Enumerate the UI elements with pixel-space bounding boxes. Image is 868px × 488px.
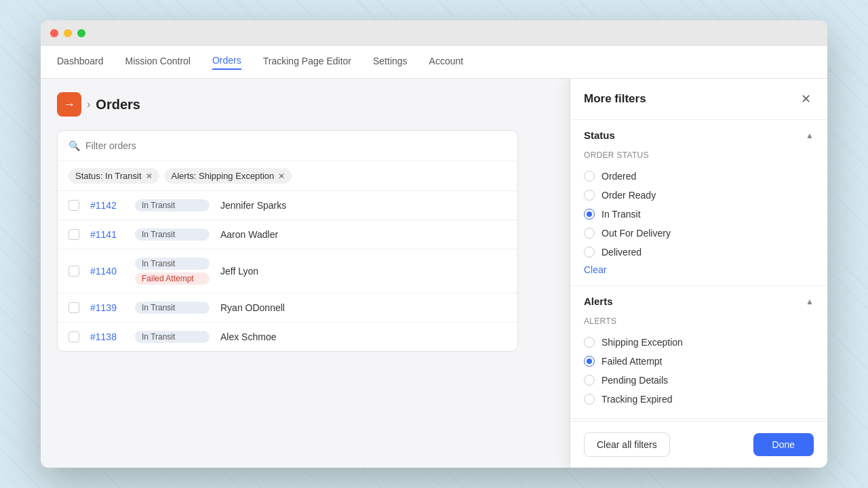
close-window-button[interactable]: [50, 29, 58, 37]
table-row: #1139 In Transit Ryan ODonnell: [58, 293, 517, 323]
radio-shipping-exception[interactable]: [584, 337, 595, 348]
search-bar: 🔍: [58, 131, 517, 161]
navbar: Dashboard Mission Control Orders Trackin…: [41, 46, 827, 79]
radio-option-out-for-delivery[interactable]: Out For Delivery: [584, 224, 814, 243]
status-section-title: Status: [584, 129, 615, 141]
alerts-section-body: Alerts Shipping Exception Failed Attempt…: [570, 317, 827, 418]
status-badge: In Transit: [135, 258, 210, 270]
table-row: #1141 In Transit Aaron Wadler: [58, 220, 517, 249]
titlebar: [41, 20, 827, 46]
order-number[interactable]: #1140: [90, 266, 124, 277]
filter-tags: Status: In Transit ✕ Alerts: Shipping Ex…: [58, 161, 517, 191]
status-badges: In Transit: [135, 302, 210, 314]
app-window: Dashboard Mission Control Orders Trackin…: [41, 20, 827, 468]
nav-item-settings[interactable]: Settings: [373, 56, 408, 69]
filter-scroll-area: Status ▲ Order Status Ordered Order Read…: [570, 120, 827, 421]
customer-name: Jennifer Sparks: [220, 200, 507, 211]
main-content: → › Orders 🔍 Status: In Transit ✕ Alerts…: [41, 79, 827, 468]
filter-tag-alerts-remove[interactable]: ✕: [278, 172, 285, 180]
alerts-filter-section: Alerts ▲ Alerts Shipping Exception Faile…: [570, 286, 827, 419]
customer-name: Jeff Lyon: [220, 266, 507, 277]
filter-tag-status: Status: In Transit ✕: [68, 168, 159, 184]
radio-delivered[interactable]: [584, 247, 595, 258]
radio-tracking-expired[interactable]: [584, 394, 595, 405]
order-number[interactable]: #1141: [90, 229, 124, 240]
status-chevron-icon: ▲: [806, 131, 814, 140]
order-number[interactable]: #1138: [90, 331, 124, 342]
customer-name: Aaron Wadler: [220, 229, 507, 240]
order-number[interactable]: #1142: [90, 200, 124, 211]
status-section-body: Order Status Ordered Order Ready In Tran…: [570, 150, 827, 285]
status-badge: In Transit: [135, 228, 210, 241]
filter-panel-footer: Clear all filters Done: [570, 421, 827, 468]
order-number[interactable]: #1139: [90, 302, 124, 313]
radio-out-for-delivery-label: Out For Delivery: [601, 228, 671, 239]
minimize-window-button[interactable]: [64, 29, 72, 37]
maximize-window-button[interactable]: [77, 29, 85, 37]
radio-option-tracking-expired[interactable]: Tracking Expired: [584, 390, 814, 409]
customer-name: Alex Schmoe: [220, 331, 507, 342]
nav-item-mission-control[interactable]: Mission Control: [125, 56, 191, 69]
search-icon: 🔍: [68, 140, 80, 151]
alerts-subtitle: Alerts: [584, 317, 814, 326]
table-row: #1140 In Transit Failed Attempt Jeff Lyo…: [58, 249, 517, 293]
status-badges: In Transit: [135, 199, 210, 211]
clear-status-link[interactable]: Clear: [584, 264, 606, 275]
filter-panel-title: More filters: [584, 92, 646, 106]
row-checkbox[interactable]: [68, 200, 79, 211]
radio-ordered-label: Ordered: [601, 171, 636, 182]
radio-order-ready[interactable]: [584, 190, 595, 201]
nav-item-orders[interactable]: Orders: [212, 55, 241, 70]
breadcrumb-chevron-icon: ›: [87, 98, 90, 110]
nav-item-account[interactable]: Account: [429, 56, 464, 69]
radio-failed-attempt[interactable]: [584, 356, 595, 367]
table-row: #1142 In Transit Jennifer Sparks: [58, 191, 517, 220]
radio-ordered[interactable]: [584, 171, 595, 182]
status-badge: In Transit: [135, 331, 210, 343]
search-input[interactable]: [85, 140, 507, 151]
radio-failed-attempt-label: Failed Attempt: [601, 356, 663, 367]
alerts-chevron-icon: ▲: [806, 297, 814, 306]
status-section-header[interactable]: Status ▲: [570, 120, 827, 150]
radio-pending-details-label: Pending Details: [601, 375, 668, 386]
status-badge: In Transit: [135, 199, 210, 211]
radio-in-transit[interactable]: [584, 209, 595, 220]
status-badges: In Transit: [135, 331, 210, 343]
nav-item-dashboard[interactable]: Dashboard: [57, 56, 104, 69]
clear-all-filters-button[interactable]: Clear all filters: [584, 432, 670, 457]
status-badges: In Transit Failed Attempt: [135, 258, 210, 285]
radio-in-transit-label: In Transit: [601, 209, 641, 220]
radio-shipping-exception-label: Shipping Exception: [601, 337, 683, 348]
row-checkbox[interactable]: [68, 229, 79, 240]
row-checkbox[interactable]: [68, 331, 79, 342]
done-button[interactable]: Done: [753, 433, 814, 456]
filter-tag-status-remove[interactable]: ✕: [146, 172, 153, 180]
row-checkbox[interactable]: [68, 302, 79, 313]
radio-option-shipping-exception[interactable]: Shipping Exception: [584, 333, 814, 352]
filter-panel-header: More filters ✕: [570, 79, 827, 120]
failed-attempt-badge: Failed Attempt: [135, 272, 210, 285]
radio-option-delivered[interactable]: Delivered: [584, 243, 814, 262]
radio-out-for-delivery[interactable]: [584, 228, 595, 239]
radio-option-ordered[interactable]: Ordered: [584, 167, 814, 186]
radio-option-in-transit[interactable]: In Transit: [584, 205, 814, 224]
brand-arrow-icon: →: [63, 98, 75, 112]
status-badges: In Transit: [135, 228, 210, 241]
order-status-subtitle: Order Status: [584, 150, 814, 160]
radio-option-failed-attempt[interactable]: Failed Attempt: [584, 352, 814, 371]
radio-option-pending-details[interactable]: Pending Details: [584, 371, 814, 390]
alerts-section-title: Alerts: [584, 296, 613, 307]
radio-order-ready-label: Order Ready: [601, 190, 656, 201]
radio-option-order-ready[interactable]: Order Ready: [584, 186, 814, 205]
row-checkbox[interactable]: [68, 266, 79, 277]
radio-tracking-expired-label: Tracking Expired: [601, 394, 673, 405]
page-title: Orders: [96, 97, 140, 113]
orders-panel: 🔍 Status: In Transit ✕ Alerts: Shipping …: [57, 130, 518, 352]
radio-delivered-label: Delivered: [601, 247, 642, 258]
nav-item-tracking-page-editor[interactable]: Tracking Page Editor: [263, 56, 351, 69]
alerts-section-header[interactable]: Alerts ▲: [570, 286, 827, 317]
orders-table: #1142 In Transit Jennifer Sparks #1141 I…: [58, 191, 517, 351]
customer-name: Ryan ODonnell: [220, 302, 507, 313]
radio-pending-details[interactable]: [584, 375, 595, 386]
close-filter-panel-button[interactable]: ✕: [797, 91, 814, 107]
